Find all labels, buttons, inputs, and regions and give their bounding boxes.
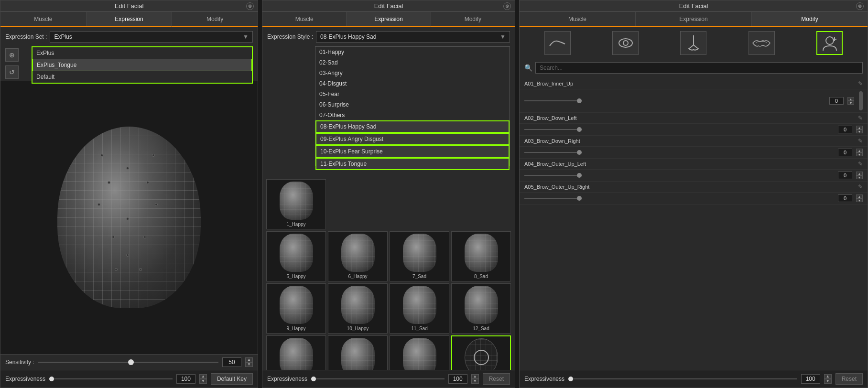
expr-thumb-3[interactable]	[568, 377, 573, 381]
dropdown-item-explus[interactable]: ExPlus	[33, 47, 252, 59]
muscle-slider-a05[interactable]	[524, 194, 582, 202]
panel-3-tab-modify[interactable]: Modify	[752, 12, 868, 27]
expressiveness-value-3[interactable]	[801, 374, 820, 384]
edit-icon-a05[interactable]: ✎	[858, 183, 863, 190]
m-spin-down-a01[interactable]: ▼	[847, 101, 854, 105]
m-spin-up-a03[interactable]: ▲	[856, 149, 863, 152]
muscle-slider-a01[interactable]	[524, 97, 582, 105]
panel-2-tab-modify[interactable]: Modify	[431, 12, 515, 26]
thumb-15-sad[interactable]: 15_Sad	[390, 335, 449, 370]
expr-down-2[interactable]: ▼	[471, 379, 479, 384]
eye-icon-btn[interactable]	[612, 31, 639, 55]
edit-icon-a03[interactable]: ✎	[858, 138, 863, 144]
thumb-9-happy[interactable]: 9_Happy	[266, 283, 326, 334]
lips-icon-btn[interactable]	[749, 31, 775, 55]
sensitivity-down[interactable]: ▼	[245, 362, 253, 367]
m-spin-down-a05[interactable]: ▼	[856, 198, 863, 202]
style-item-4[interactable]: 05-Fear	[315, 89, 510, 99]
dropdown-item-default[interactable]: Default	[33, 71, 252, 83]
expr-down-3[interactable]: ▼	[824, 379, 832, 384]
thumb-1-happy[interactable]: 1_Happy	[266, 179, 326, 229]
style-item-5[interactable]: 06-Surprise	[315, 99, 510, 110]
style-item-1[interactable]: 02-Sad	[315, 57, 510, 68]
m-spin-up-a04[interactable]: ▲	[856, 172, 863, 175]
sensitivity-value[interactable]	[222, 357, 241, 367]
thumb-7-sad[interactable]: 7_Sad	[390, 231, 449, 281]
m-thumb-a04[interactable]	[577, 173, 582, 178]
panel-3-tab-expression[interactable]: Expression	[636, 12, 752, 26]
style-item-8[interactable]: 09-ExPlus Angry Disgust	[315, 133, 510, 145]
brow-icon-btn[interactable]	[544, 31, 571, 55]
panel-2-tab-muscle[interactable]: Muscle	[262, 12, 347, 26]
muscle-value-a04[interactable]	[838, 172, 852, 179]
expr-up-2[interactable]: ▲	[471, 374, 479, 379]
muscle-slider-a02[interactable]	[524, 126, 582, 133]
thumb-default[interactable]: Default	[451, 335, 511, 370]
edit-icon-a01[interactable]: ✎	[858, 80, 863, 87]
panel-3-tab-muscle[interactable]: Muscle	[520, 12, 636, 26]
panel-2-tab-expression[interactable]: Expression	[347, 12, 431, 27]
m-spin-up-a01[interactable]: ▲	[847, 97, 854, 101]
expressiveness-slider-2[interactable]	[311, 374, 445, 384]
m-spin-up-a02[interactable]: ▲	[856, 126, 863, 129]
style-item-6[interactable]: 07-Others	[315, 110, 510, 120]
search-input[interactable]	[535, 62, 863, 74]
reset-button-3[interactable]: Reset	[835, 373, 863, 385]
default-key-button[interactable]: Default Key	[211, 373, 253, 385]
m-thumb-a02[interactable]	[577, 127, 582, 132]
panel-1-tab-modify[interactable]: Modify	[172, 12, 258, 26]
thumb-10-happy[interactable]: 10_Happy	[328, 283, 388, 334]
face-add-icon-btn[interactable]	[816, 31, 843, 55]
m-thumb-a03[interactable]	[577, 150, 582, 155]
edit-icon-a04[interactable]: ✎	[858, 161, 863, 167]
m-thumb-a05[interactable]	[577, 196, 582, 201]
expr-up-3[interactable]: ▲	[824, 374, 832, 379]
expression-style-dropdown[interactable]: 08-ExPlus Happy Sad ▼	[316, 31, 510, 43]
m-thumb-a01[interactable]	[577, 98, 582, 103]
thumb-14-happy[interactable]: 14_Happy	[328, 335, 388, 370]
expression-set-dropdown[interactable]: ExPlus ▼	[50, 31, 253, 43]
style-item-2[interactable]: 03-Angry	[315, 68, 510, 78]
expr-up-1[interactable]: ▲	[199, 374, 207, 379]
thumb-12-sad[interactable]: 12_Sad	[451, 283, 511, 334]
muscle-value-a03[interactable]	[838, 149, 852, 156]
style-item-7[interactable]: 08-ExPlus Happy Sad	[315, 120, 510, 133]
muscle-value-a02[interactable]	[838, 126, 852, 133]
style-item-10[interactable]: 11-ExPlus Tongue	[315, 158, 510, 170]
muscle-value-a05[interactable]	[838, 194, 852, 202]
panel-2-close-button[interactable]: ⊗	[503, 2, 511, 10]
thumb-13-happy[interactable]: 13_Happy	[266, 335, 326, 370]
style-item-9[interactable]: 10-ExPlus Fear Surprise	[315, 145, 510, 158]
nose-icon-btn[interactable]	[680, 31, 706, 55]
thumb-11-sad[interactable]: 11_Sad	[390, 283, 449, 334]
move-icon-btn[interactable]: ⊕	[5, 48, 19, 62]
muscle-value-a01[interactable]	[829, 97, 844, 105]
m-spin-up-a05[interactable]: ▲	[856, 194, 863, 198]
expressiveness-slider-1[interactable]	[49, 374, 173, 384]
dropdown-item-explus-tongue[interactable]: ExPlus_Tongue	[33, 59, 252, 71]
sensitivity-up[interactable]: ▲	[245, 357, 253, 362]
sensitivity-thumb[interactable]	[128, 359, 134, 365]
thumb-8-sad[interactable]: 8_Sad	[451, 231, 511, 281]
panel-1-tab-expression[interactable]: Expression	[87, 12, 173, 27]
expressiveness-value-1[interactable]	[176, 374, 195, 384]
sensitivity-slider[interactable]	[38, 357, 218, 367]
expr-down-1[interactable]: ▼	[199, 379, 207, 384]
panel-3-close-button[interactable]: ⊗	[856, 2, 864, 10]
m-spin-down-a04[interactable]: ▼	[856, 175, 863, 179]
style-item-3[interactable]: 04-Disgust	[315, 78, 510, 89]
panel-1-tab-muscle[interactable]: Muscle	[0, 12, 87, 26]
m-spin-down-a03[interactable]: ▼	[856, 152, 863, 156]
expressiveness-slider-3[interactable]	[568, 374, 797, 384]
expr-thumb-1[interactable]	[49, 377, 54, 381]
expressiveness-value-2[interactable]	[448, 374, 467, 384]
panel-1-close-button[interactable]: ⊗	[246, 2, 254, 10]
thumb-5-happy[interactable]: 5_Happy	[266, 231, 326, 281]
reset-icon-btn[interactable]: ↺	[5, 65, 19, 79]
muscle-slider-a03[interactable]	[524, 149, 582, 156]
muscle-slider-a04[interactable]	[524, 172, 582, 179]
reset-button-2[interactable]: Reset	[483, 373, 510, 385]
expr-thumb-2[interactable]	[311, 377, 316, 381]
edit-icon-a02[interactable]: ✎	[858, 115, 863, 121]
style-item-0[interactable]: 01-Happy	[315, 47, 510, 57]
